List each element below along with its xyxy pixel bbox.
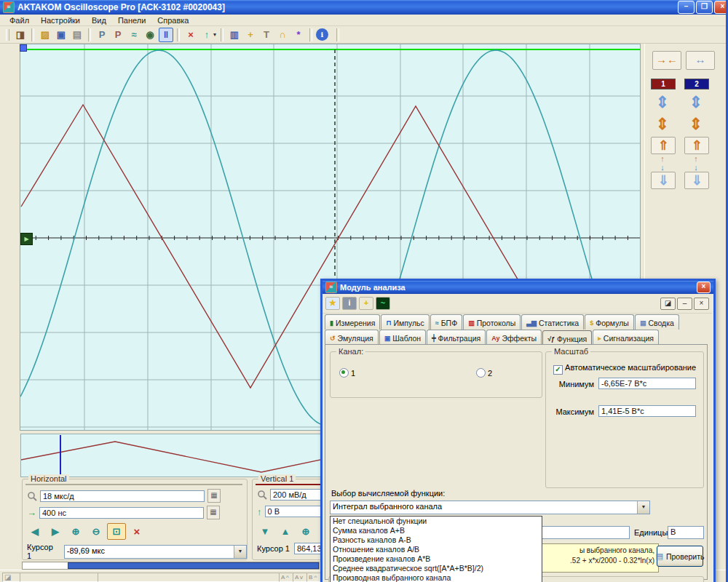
pan-right-button[interactable]: ▶ [46, 523, 65, 540]
tab-БПФ[interactable]: ≈БПФ [430, 314, 462, 330]
units-field[interactable]: В [668, 526, 704, 539]
step-up-ch1-button[interactable]: ↑ [651, 154, 674, 163]
function-option[interactable]: Отношение каналов A/B [331, 545, 542, 554]
dialog-minimize-button[interactable]: – [677, 298, 692, 310]
scrollbar-thumb[interactable] [68, 562, 319, 569]
info-panel-icon[interactable]: ▥ [227, 28, 242, 42]
trigger-level-marker[interactable]: ▶ [20, 233, 33, 245]
save-file-icon[interactable]: ▣ [54, 28, 68, 42]
waveform-view-icon[interactable]: ≈ [127, 28, 141, 42]
export-dropdown-icon[interactable]: ▾ [213, 31, 216, 38]
squeeze-horizontal-button[interactable]: →← [652, 51, 681, 70]
autoscale-checkbox[interactable]: ✓ Автоматическое масштабирование [553, 363, 696, 375]
check-formula-button[interactable]: ▤ Проверить [657, 546, 703, 567]
h-cursor-combo[interactable]: -89,69 мкс ▼ [64, 545, 247, 559]
time-per-div-field[interactable]: 18 мкс/д [40, 490, 205, 502]
squeeze-vertical-ch2-button[interactable]: ⇕ [684, 115, 708, 134]
reset-zoom-button[interactable]: × [127, 523, 146, 540]
tab-Шаблон[interactable]: ▣Шаблон [379, 330, 426, 345]
pan-up-button[interactable]: ▲ [276, 523, 295, 540]
maximize-button[interactable]: ❐ [696, 1, 713, 14]
tab-Функция[interactable]: √ƒФункция [542, 330, 592, 346]
save-profile-icon[interactable]: P [111, 28, 125, 42]
menu-item-Справка[interactable]: Справка [152, 15, 194, 25]
scope-screen-icon[interactable]: ~ [376, 297, 390, 310]
dialog-plot-button[interactable]: ◪ [660, 298, 676, 310]
wizard-icon[interactable]: * [291, 28, 306, 42]
tab-Измерения[interactable]: ▮Измерения [325, 314, 380, 330]
expand-vertical-ch1-button[interactable]: ⇕ [651, 93, 674, 112]
tab-Протоколы[interactable]: ▥Протоколы [463, 314, 521, 330]
minimize-button[interactable]: – [678, 1, 695, 14]
time-keypad-button[interactable]: ▦ [207, 489, 221, 503]
pan-left-button[interactable]: ◀ [25, 523, 44, 540]
plot-corner-marker[interactable] [20, 44, 27, 52]
dialog-close-button[interactable]: × [697, 282, 711, 293]
function-option[interactable]: Нет специальной функции [331, 517, 542, 526]
tab-Импульс[interactable]: ⊓Импульс [381, 314, 429, 330]
function-option[interactable]: Произведение каналов A*B [331, 554, 542, 564]
function-option[interactable]: Разность каналов A-B [331, 535, 542, 545]
print-icon[interactable]: ▤ [70, 28, 84, 42]
menu-item-Панели[interactable]: Панели [113, 15, 151, 25]
alarm-icon[interactable]: ∩ [275, 28, 290, 42]
tab-Сигнализация[interactable]: ▸Сигнализация [593, 330, 659, 345]
function-combobox[interactable]: Интеграл выбранного канала ▼ [330, 501, 650, 514]
tab-Сводка[interactable]: ▤Сводка [635, 314, 679, 330]
move-down-ch2-button[interactable]: ⇓ [684, 172, 709, 189]
zoom-in-button[interactable]: ⊕ [66, 523, 85, 540]
time-offset-field[interactable]: 400 нс [39, 507, 204, 519]
chevron-down-icon[interactable]: ▼ [234, 546, 246, 558]
pan-down-button[interactable]: ▼ [256, 523, 274, 540]
radio-channel-2[interactable]: 2 [476, 368, 492, 378]
about-icon[interactable]: i [316, 28, 328, 41]
tab-Эмуляция[interactable]: ↺Эмуляция [325, 330, 379, 345]
offset-keypad-button[interactable]: ▦ [207, 506, 220, 519]
min-field[interactable]: -6,65E-7 В*с [598, 378, 696, 389]
chevron-down-icon[interactable]: ▼ [637, 501, 649, 514]
load-profile-icon[interactable]: P [95, 28, 109, 42]
tab-Статистика[interactable]: ▃▆Статистика [521, 314, 584, 330]
open-file-icon[interactable]: ▨ [38, 28, 52, 42]
squeeze-vertical-ch1-button[interactable]: ⇕ [651, 115, 674, 134]
title-bar[interactable]: ≈ AKTAKOM Oscilloscope Pro [АСК-3102 #00… [0, 0, 728, 15]
menu-item-Файл[interactable]: Файл [4, 15, 34, 25]
move-down-ch1-button[interactable]: ⇓ [651, 172, 676, 189]
calibrate-icon[interactable]: + [359, 297, 373, 310]
tools-icon[interactable]: Т [259, 28, 274, 42]
toolbar-grip[interactable] [6, 29, 9, 41]
function-option[interactable]: Сумма каналов A+B [331, 526, 542, 535]
exit-icon[interactable]: ◨ [13, 28, 28, 42]
dialog-title-bar[interactable]: ≈ Модуль анализа × [323, 281, 713, 294]
expand-horizontal-button[interactable]: ↔ [686, 51, 715, 70]
pause-icon[interactable]: ‖ [159, 28, 173, 42]
horizontal-scrollbar[interactable] [22, 562, 320, 570]
zoom-in-button[interactable]: ⊕ [296, 523, 315, 540]
favorites-icon[interactable]: ★ [325, 297, 340, 310]
export-icon[interactable]: ↑ [199, 28, 214, 42]
tab-Эффекты[interactable]: AyЭффекты [486, 330, 542, 345]
dialog-close-button-2[interactable]: × [694, 298, 709, 310]
acquisition-icon[interactable]: ◉ [143, 28, 157, 42]
tab-Формулы[interactable]: $Формулы [585, 314, 634, 330]
zoom-window-button[interactable]: ⊡ [107, 523, 126, 540]
eraser-icon[interactable]: ◪ [2, 573, 21, 582]
menu-item-Вид[interactable]: Вид [87, 15, 111, 25]
step-down-ch2-button[interactable]: ↓ [684, 163, 708, 172]
expand-vertical-ch2-button[interactable]: ⇕ [684, 93, 708, 112]
step-down-ch1-button[interactable]: ↓ [651, 163, 674, 172]
max-field[interactable]: 1,41E-5 В*с [598, 405, 696, 417]
zoom-out-button[interactable]: ⊖ [87, 523, 106, 540]
radio-channel-1[interactable]: 1 [339, 368, 355, 378]
move-up-ch1-button[interactable]: ⇑ [651, 137, 676, 154]
move-up-ch2-button[interactable]: ⇑ [684, 137, 709, 154]
clear-icon[interactable]: × [183, 28, 198, 42]
measure-tool-icon[interactable]: + [243, 28, 258, 42]
menu-item-Настройки[interactable]: Настройки [36, 15, 85, 25]
channel-group: Канал: 1 2 [330, 351, 542, 398]
info-icon[interactable]: i [342, 297, 357, 310]
function-option[interactable]: Среднее квадратическое sqrt([A*A+B*B]/2) [331, 564, 542, 573]
function-option[interactable]: Производная выбранного канала [331, 573, 542, 582]
step-up-ch2-button[interactable]: ↑ [684, 154, 708, 163]
tab-Фильтрация[interactable]: ┿Фильтрация [427, 330, 486, 345]
